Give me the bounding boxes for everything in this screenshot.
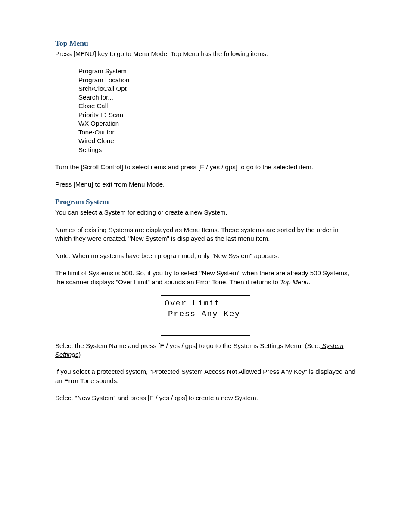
menu-item: Settings [78, 146, 356, 154]
menu-item: Close Call [78, 102, 356, 110]
para-ps-3: Note: When no systems have been programm… [55, 252, 356, 260]
page-content: Top Menu Press [MENU] key to go to Menu … [0, 0, 411, 402]
para-top-menu-intro: Press [MENU] key to go to Menu Mode. Top… [55, 50, 356, 58]
link-top-menu[interactable]: Top Menu [280, 278, 308, 286]
para-ps-6: If you select a protected system, "Prote… [55, 367, 356, 385]
para-ps-5: Select the System Name and press [E / ye… [55, 342, 356, 359]
menu-item: Priority ID Scan [78, 111, 356, 119]
menu-item: Wired Clone [78, 137, 356, 145]
heading-top-menu: Top Menu [55, 39, 356, 48]
menu-item: WX Operation [78, 119, 356, 128]
lcd-line-1: Over Limit [165, 298, 246, 309]
menu-item: Tone-Out for … [78, 128, 356, 137]
para-ps-2: Names of existing Systems are displayed … [55, 226, 356, 243]
para-ps-1: You can select a System for editing or c… [55, 208, 356, 217]
para-scroll-control: Turn the [Scroll Control] to select item… [55, 163, 356, 171]
menu-item: Search for... [78, 93, 356, 102]
para-ps-7: Select "New System" and press [E / yes /… [55, 394, 356, 402]
para-ps-5-text: Select the System Name and press [E / ye… [55, 342, 320, 349]
lcd-line-2: Press Any Key [165, 309, 246, 320]
menu-item: Program Location [78, 76, 356, 84]
para-ps-5-post: ) [78, 351, 81, 358]
lcd-display: Over Limit Press Any Key [161, 295, 250, 336]
menu-item: Program System [78, 67, 356, 75]
para-exit-menu: Press [Menu] to exit from Menu Mode. [55, 180, 356, 189]
para-ps-4-post: . [308, 278, 310, 286]
heading-program-system: Program System [55, 197, 356, 206]
menu-items-list: Program System Program Location Srch/Clo… [78, 67, 356, 154]
para-ps-4: The limit of Systems is 500. So, if you … [55, 269, 356, 286]
menu-item: Srch/CloCall Opt [78, 84, 356, 93]
